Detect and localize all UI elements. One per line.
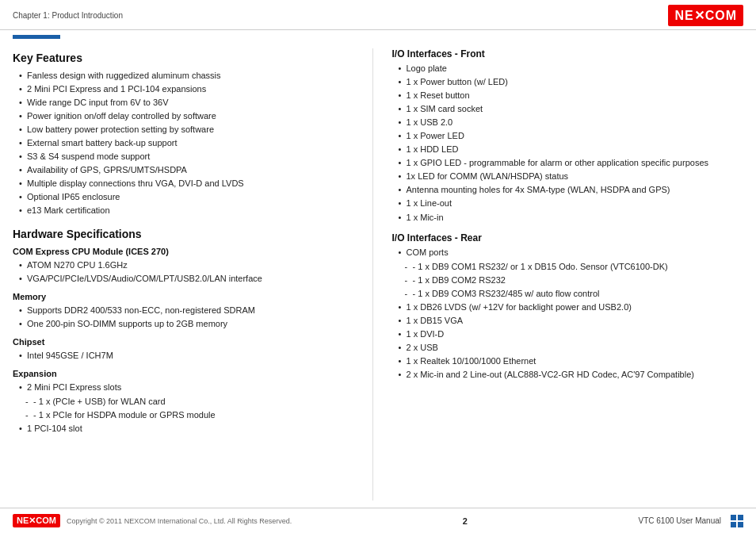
list-item: - 1 x DB9 COM3 RS232/485 w/ auto flow co… [405,287,744,301]
list-item: 1 x Power LED [399,129,744,143]
list-item: Wide range DC input from 6V to 36V [19,96,365,109]
com-ports-sub-list: - 1 x DB9 COM1 RS232/ or 1 x DB15 Odo. S… [392,260,744,301]
list-item: 2 Mini PCI Express and 1 PCI-104 expansi… [19,82,365,96]
expansion-list: 2 Mini PCI Express slots [13,381,365,394]
list-item: - 1 x PCIe for HSDPA module or GPRS modu… [25,408,365,422]
page-number: 2 [463,516,468,526]
list-item: 1 x DB26 LVDS (w/ +12V for backlight pow… [399,301,744,314]
list-item: Availability of GPS, GPRS/UMTS/HSDPA [19,163,365,177]
main-content: Key Features Fanless design with ruggedi… [0,39,756,500]
list-item: VGA/PCI/PCIe/LVDS/Audio/COM/LPT/USB2.0/L… [19,272,365,286]
right-column: I/O Interfaces - Front Logo plate 1 x Po… [389,48,744,500]
list-item: Multiple display connections thru VGA, D… [19,177,365,190]
list-item: 2 Mini PCI Express slots [19,381,365,394]
memory-title: Memory [13,292,365,301]
list-item: 1 x Reset button [399,89,744,102]
footer-copyright: Copyright © 2011 NEXCOM International Co… [67,517,292,525]
chapter-label: Chapter 1: Product Introduction [13,11,123,20]
io-front-title: I/O Interfaces - Front [392,48,744,59]
list-item: 2 x USB [399,341,744,355]
list-item: One 200-pin SO-DIMM supports up to 2GB m… [19,317,365,331]
list-item: 1 x DB15 VGA [399,314,744,328]
list-item: S3 & S4 suspend mode support [19,150,365,163]
list-item: - 1 x DB9 COM1 RS232/ or 1 x DB15 Odo. S… [405,260,744,274]
list-item: 1 PCI-104 slot [19,422,365,435]
list-item: 1 x Line-out [399,197,744,210]
svg-rect-2 [731,522,736,527]
svg-rect-3 [738,522,743,527]
com-express-list: ATOM N270 CPU 1.6GHz VGA/PCI/PCIe/LVDS/A… [13,259,365,286]
list-item: Logo plate [399,62,744,75]
list-item: ATOM N270 CPU 1.6GHz [19,259,365,272]
list-item: Antenna mounting holes for 4x SMA-type (… [399,183,744,197]
footer-logo: NE✕COM [13,514,60,527]
logo-text: NE✕COM [674,8,737,23]
chipset-list: Intel 945GSE / ICH7M [13,349,365,362]
page-footer: NE✕COM Copyright © 2011 NEXCOM Internati… [0,508,756,533]
list-item: 1 x USB 2.0 [399,116,744,129]
svg-rect-1 [738,515,743,520]
list-item: COM ports [399,246,744,259]
hw-specs-title: Hardware Specifications [13,228,365,240]
key-features-list: Fanless design with ruggedized aluminum … [13,69,365,218]
grid-icon [731,515,743,527]
list-item: 1 x Mic-in [399,211,744,224]
list-item: - 1 x DB9 COM2 RS232 [405,274,744,287]
list-item: Power ignition on/off delay controlled b… [19,109,365,123]
nexcom-logo: NE✕COM [668,5,743,26]
list-item: 1x LED for COMM (WLAN/HSDPA) status [399,170,744,183]
footer-right: VTC 6100 User Manual [639,515,744,527]
list-item: - 1 x (PCIe + USB) for WLAN card [25,395,365,408]
list-item: 1 x Power button (w/ LED) [399,75,744,89]
io-rear-list: COM ports [392,246,744,259]
left-column: Key Features Fanless design with ruggedi… [13,48,373,500]
list-item: External smart battery back-up support [19,136,365,150]
page-header: Chapter 1: Product Introduction NE✕COM [0,0,756,30]
footer-logo-text: NE✕COM [17,516,56,525]
list-item: Optional IP65 enclosure [19,190,365,204]
io-front-list: Logo plate 1 x Power button (w/ LED) 1 x… [392,62,744,224]
key-features-title: Key Features [13,52,365,64]
expansion-sub-list: - 1 x (PCIe + USB) for WLAN card - 1 x P… [13,395,365,422]
list-item: Low battery power protection setting by … [19,123,365,136]
list-item: e13 Mark certification [19,204,365,217]
memory-list: Supports DDR2 400/533 non-ECC, non-regis… [13,304,365,331]
expansion-title: Expansion [13,369,365,378]
list-item: 1 x SIM card socket [399,102,744,116]
svg-rect-0 [731,515,736,520]
list-item: 1 x DVI-D [399,328,744,341]
io-rear-title: I/O Interfaces - Rear [392,232,744,243]
expansion-list2: 1 PCI-104 slot [13,422,365,435]
io-rear-list2: 1 x DB26 LVDS (w/ +12V for backlight pow… [392,301,744,382]
com-express-title: COM Express CPU Module (ICES 270) [13,247,365,256]
list-item: Supports DDR2 400/533 non-ECC, non-regis… [19,304,365,317]
manual-title: VTC 6100 User Manual [639,516,722,525]
list-item: 1 x HDD LED [399,143,744,156]
list-item: Fanless design with ruggedized aluminum … [19,69,365,82]
list-item: 1 x GPIO LED - programmable for alarm or… [399,156,744,170]
chipset-title: Chipset [13,337,365,347]
list-item: 1 x Realtek 10/100/1000 Ethernet [399,355,744,368]
list-item: 2 x Mic-in and 2 Line-out (ALC888-VC2-GR… [399,368,744,382]
list-item: Intel 945GSE / ICH7M [19,349,365,362]
